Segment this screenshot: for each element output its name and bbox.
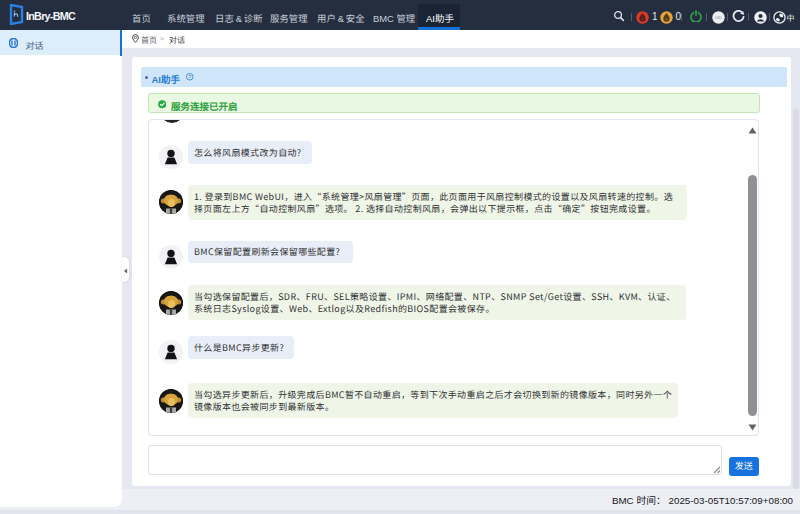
- svg-text:?: ?: [188, 75, 191, 80]
- svg-text:UID: UID: [715, 15, 722, 20]
